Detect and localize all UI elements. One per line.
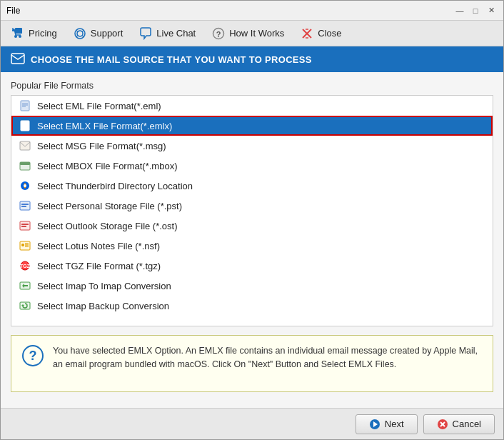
popular-formats-label: Popular File Formats: [11, 81, 493, 91]
imap-backup-icon: [19, 299, 31, 312]
svg-text:?: ?: [29, 349, 37, 363]
pricing-label: Pricing: [29, 28, 57, 39]
how-it-works-label: How It Works: [229, 28, 284, 39]
svg-rect-21: [21, 121, 29, 131]
section-header-text: CHOOSE THE MAIL SOURCE THAT YOU WANT TO …: [31, 54, 312, 65]
chat-icon: [138, 26, 153, 41]
eml-label: Select EML File Format(*.eml): [37, 101, 161, 111]
eml-icon: [19, 99, 31, 112]
list-item-ost[interactable]: Select Outlook Storage File (*.ost): [11, 216, 493, 236]
svg-rect-32: [21, 206, 26, 207]
question-icon: ?: [211, 26, 226, 41]
title-bar: File — □ ✕: [1, 1, 503, 21]
main-content: Popular File Formats Select EML File For…: [1, 72, 503, 408]
svg-point-29: [24, 184, 26, 187]
info-question-icon: ?: [21, 344, 44, 367]
svg-line-8: [76, 35, 78, 36]
nsf-label: Select Lotus Notes File (*.nsf): [37, 241, 160, 251]
mail-header-icon: [11, 53, 25, 66]
live-chat-label: Live Chat: [156, 28, 196, 39]
menu-item-pricing[interactable]: Pricing: [4, 24, 64, 44]
nsf-icon: [19, 239, 31, 252]
list-item-thunderbird[interactable]: Select Thunderbird Directory Location: [11, 176, 493, 196]
menu-item-close[interactable]: Close: [293, 24, 348, 44]
list-item-nsf[interactable]: Select Lotus Notes File (*.nsf): [11, 236, 493, 256]
footer: Next Cancel: [1, 408, 503, 439]
cancel-button[interactable]: Cancel: [423, 414, 495, 434]
tgz-label: Select TGZ File Format (*.tgz): [37, 261, 161, 271]
tgz-icon: TGZ: [19, 259, 31, 272]
close-menu-label: Close: [318, 28, 341, 39]
svg-rect-27: [20, 162, 30, 165]
info-box: ? You have selected EMLX Option. An EMLX…: [11, 335, 493, 392]
svg-rect-1: [15, 28, 22, 34]
imap-convert-label: Select Imap To Imap Conversion: [37, 281, 171, 291]
list-item-imap-backup[interactable]: Select Imap Backup Conversion: [11, 296, 493, 316]
cancel-label: Cancel: [453, 419, 481, 429]
svg-rect-36: [20, 241, 30, 250]
list-item-emlx[interactable]: Select EMLX File Format(*.emlx): [11, 116, 493, 136]
minimize-button[interactable]: —: [453, 4, 466, 17]
msg-label: Select MSG File Format(*.msg): [37, 141, 166, 151]
list-item-tgz[interactable]: TGZ Select TGZ File Format (*.tgz): [11, 256, 493, 276]
list-item-pst[interactable]: Select Personal Storage File (*.pst): [11, 196, 493, 216]
menu-item-how-it-works[interactable]: ? How It Works: [204, 24, 291, 44]
pst-label: Select Personal Storage File (*.pst): [37, 201, 182, 211]
close-window-button[interactable]: ✕: [485, 4, 498, 17]
svg-line-7: [81, 30, 84, 31]
cancel-icon: [437, 419, 448, 430]
support-label: Support: [91, 28, 124, 39]
ost-label: Select Outlook Storage File (*.ost): [37, 221, 178, 231]
svg-line-9: [81, 35, 84, 36]
imap-backup-label: Select Imap Backup Conversion: [37, 301, 169, 311]
msg-icon: [19, 139, 31, 152]
thunderbird-label: Select Thunderbird Directory Location: [37, 181, 193, 191]
menu-item-support[interactable]: Support: [66, 24, 131, 44]
list-item-imap-convert[interactable]: Select Imap To Imap Conversion: [11, 276, 493, 296]
svg-rect-34: [21, 224, 29, 225]
cart-icon: [11, 26, 25, 41]
svg-rect-35: [21, 226, 26, 227]
svg-rect-25: [20, 141, 30, 150]
thunderbird-icon: [19, 179, 31, 192]
next-label: Next: [385, 419, 404, 429]
svg-text:?: ?: [216, 29, 221, 38]
svg-text:TGZ: TGZ: [20, 264, 31, 269]
svg-rect-31: [21, 204, 29, 205]
svg-rect-16: [11, 54, 24, 64]
info-text: You have selected EMLX Option. An EMLX f…: [53, 344, 483, 371]
main-window: File — □ ✕ Pricing: [0, 0, 504, 440]
emlx-label: Select EMLX File Format(*.emlx): [37, 121, 172, 131]
menu-item-live-chat[interactable]: Live Chat: [131, 24, 203, 44]
svg-line-6: [76, 30, 78, 31]
list-item-msg[interactable]: Select MSG File Format(*.msg): [11, 136, 493, 156]
window-title: File: [6, 6, 20, 16]
svg-point-37: [21, 244, 24, 246]
mbox-label: Select MBOX File Format(*.mbox): [37, 161, 178, 171]
next-icon: [369, 419, 380, 430]
support-icon: [73, 26, 87, 41]
list-item-eml[interactable]: Select EML File Format(*.eml): [11, 96, 493, 116]
title-bar-controls: — □ ✕: [453, 4, 498, 17]
restore-button[interactable]: □: [469, 4, 482, 17]
emlx-icon: [19, 119, 31, 132]
mbox-icon: [19, 159, 31, 172]
ost-icon: [19, 219, 31, 232]
list-item-mbox[interactable]: Select MBOX File Format(*.mbox): [11, 156, 493, 176]
file-list-container: Select EML File Format(*.eml) Select EML…: [11, 95, 493, 326]
imap-convert-icon: [19, 279, 31, 292]
section-header: CHOOSE THE MAIL SOURCE THAT YOU WANT TO …: [1, 46, 503, 72]
menu-bar: Pricing Support L: [1, 21, 503, 46]
svg-point-4: [75, 29, 85, 39]
close-x-icon: [300, 26, 314, 41]
next-button[interactable]: Next: [356, 414, 418, 434]
pst-icon: [19, 199, 31, 212]
svg-rect-17: [21, 101, 29, 111]
